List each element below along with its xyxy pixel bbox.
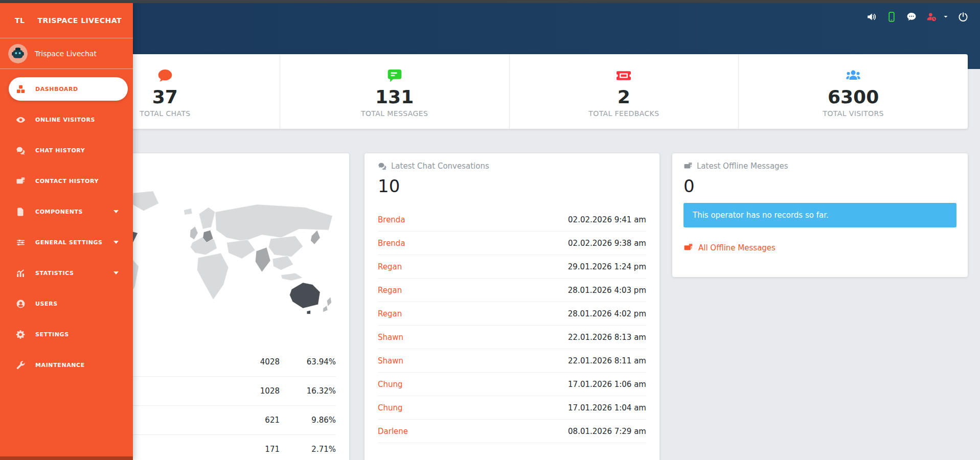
- sidebar-item-icon: [16, 146, 26, 155]
- stat-value: 131: [375, 87, 414, 107]
- map-region-scandinavia: [199, 207, 215, 229]
- sidebar-item-icon: [16, 176, 26, 186]
- chat-row: Regan 28.01.2026 4:02 pm: [378, 302, 646, 326]
- sidebar-item-label: GENERAL SETTINGS: [35, 239, 103, 246]
- avatar: [8, 44, 28, 63]
- sidebar-item-icon: [16, 115, 26, 125]
- chat-date: 02.02.2026 9:38 am: [568, 239, 646, 248]
- chevron-down-icon: [113, 210, 119, 213]
- stat-value: 2: [618, 87, 630, 107]
- user-status-icon[interactable]: [926, 11, 937, 22]
- chat-visitor-link[interactable]: Brenda: [378, 239, 405, 248]
- all-offline-messages-label: All Offline Messages: [698, 243, 776, 252]
- mail-stack-icon: [683, 243, 693, 252]
- chat-count: 10: [378, 177, 646, 196]
- map-country-united-kingdom: [190, 226, 198, 240]
- chat-row: Brenda 02.02.2026 9:38 am: [378, 232, 646, 255]
- stat-icon: [845, 67, 861, 84]
- caret-down-icon[interactable]: [943, 14, 949, 20]
- sidebar-item-icon: [16, 238, 26, 247]
- map-country-australia[interactable]: [289, 283, 320, 308]
- stat-value: 37: [152, 87, 178, 107]
- chat-visitor-link[interactable]: Shawn: [378, 356, 403, 365]
- no-records-alert: This operator has no records so far.: [683, 203, 956, 227]
- all-offline-messages-link[interactable]: All Offline Messages: [683, 243, 956, 252]
- brand[interactable]: TL TRISPACE LIVECHAT: [0, 3, 133, 38]
- chat-date: 17.01.2026 1:06 am: [568, 380, 646, 389]
- stat-value: 6300: [828, 87, 879, 107]
- sidebar-item[interactable]: DASHBOARD: [9, 77, 128, 101]
- chat-visitor-link[interactable]: Chung: [378, 380, 403, 389]
- country-percentage: 63.94%: [280, 357, 336, 366]
- chat-row: Darlene 08.01.2026 7:29 am: [378, 420, 646, 443]
- chat-visitor-link[interactable]: Regan: [378, 286, 402, 295]
- chat-card-title: Latest Chat Convesations: [391, 162, 489, 171]
- stat-label: TOTAL VISITORS: [823, 109, 883, 118]
- navbar-icon-group: [866, 3, 969, 31]
- country-visits: 1028: [218, 386, 280, 396]
- sidebar-menu: DASHBOARD ONLINE VISITORS CHAT HISTORY: [0, 77, 133, 377]
- chat-visitor-link[interactable]: Chung: [378, 403, 403, 412]
- chat-visitor-link[interactable]: Darlene: [378, 427, 408, 436]
- top-window-strip: [0, 0, 980, 3]
- sidebar-item[interactable]: CONTACT HISTORY: [9, 169, 128, 193]
- offline-card-header: Latest Offline Messages: [683, 162, 956, 171]
- sidebar-item[interactable]: COMPONENTS: [9, 200, 128, 223]
- chat-date: 29.01.2026 1:24 pm: [568, 262, 646, 271]
- brand-name: TRISPACE LIVECHAT: [37, 16, 121, 25]
- chevron-down-icon: [113, 271, 119, 274]
- sidebar-item[interactable]: MAINTENANCE: [9, 353, 128, 377]
- power-icon[interactable]: [958, 11, 969, 22]
- phone-icon[interactable]: [886, 11, 897, 22]
- sidebar-item-label: MAINTENANCE: [35, 362, 85, 369]
- chevron-down-icon: [113, 241, 119, 244]
- profile-row[interactable]: Trispace Livechat: [0, 38, 133, 69]
- volume-icon[interactable]: [866, 11, 877, 22]
- chat-date: 17.01.2026 1:04 am: [568, 403, 646, 412]
- sidebar-item-label: CONTACT HISTORY: [35, 178, 99, 185]
- app-window: 37 TOTAL CHATS 131 TOTAL MESSAGES 2 TOTA…: [0, 0, 980, 460]
- sidebar-item[interactable]: CHAT HISTORY: [9, 139, 128, 162]
- country-percentage: 2.71%: [280, 445, 336, 454]
- chat-date: 22.01.2026 8:13 am: [568, 333, 646, 342]
- stat-label: TOTAL MESSAGES: [361, 109, 428, 118]
- profile-name: Trispace Livechat: [35, 50, 97, 58]
- map-country-india: [255, 247, 270, 272]
- chat-list: Brenda 02.02.2026 9:41 am Brenda 02.02.2…: [378, 208, 646, 443]
- map-region-indonesia: [281, 273, 303, 281]
- chat-visitor-link[interactable]: Regan: [378, 309, 402, 318]
- country-visits: 4028: [218, 357, 280, 366]
- sidebar-item[interactable]: SETTINGS: [9, 323, 128, 346]
- stat-label: TOTAL FEEDBACKS: [588, 109, 659, 118]
- chat-date: 08.01.2026 7:29 am: [568, 427, 646, 436]
- chat-row: Chung 17.01.2026 1:04 am: [378, 396, 646, 420]
- sidebar-item[interactable]: USERS: [9, 292, 128, 315]
- chat-card-header: Latest Chat Convesations: [378, 162, 646, 171]
- sidebar-item[interactable]: GENERAL SETTINGS: [9, 231, 128, 254]
- sidebar-bottom-strip: [0, 456, 133, 460]
- chat-row: Shawn 22.01.2026 8:11 am: [378, 349, 646, 373]
- sidebar-item-label: COMPONENTS: [35, 209, 83, 215]
- stat-cell: 131 TOTAL MESSAGES: [280, 54, 509, 129]
- chat-date: 02.02.2026 9:41 am: [568, 215, 646, 224]
- chat-visitor-link[interactable]: Brenda: [378, 215, 405, 224]
- sidebar-item-icon: [16, 268, 26, 278]
- sidebar-item-label: ONLINE VISITORS: [35, 117, 95, 123]
- sidebar-item-label: SETTINGS: [35, 331, 69, 338]
- chat-bubbles-icon: [378, 162, 387, 171]
- map-region-japan: [311, 230, 321, 244]
- mail-stack-icon: [683, 162, 693, 171]
- sidebar-item-icon: [16, 207, 26, 217]
- map-region-se-asia: [272, 256, 293, 270]
- chat-date: 22.01.2026 8:11 am: [568, 356, 646, 365]
- chat-ellipses-icon[interactable]: [906, 11, 917, 22]
- offline-count: 0: [683, 177, 956, 196]
- chat-visitor-link[interactable]: Shawn: [378, 333, 403, 342]
- country-percentage: 16.32%: [280, 386, 336, 396]
- sidebar-item[interactable]: ONLINE VISITORS: [9, 108, 128, 131]
- map-region-tasmania: [307, 310, 310, 314]
- chat-visitor-link[interactable]: Regan: [378, 262, 402, 271]
- chat-row: Shawn 22.01.2026 8:13 am: [378, 326, 646, 349]
- sidebar-item-label: DASHBOARD: [35, 86, 78, 93]
- sidebar-item[interactable]: STATISTICS: [9, 261, 128, 285]
